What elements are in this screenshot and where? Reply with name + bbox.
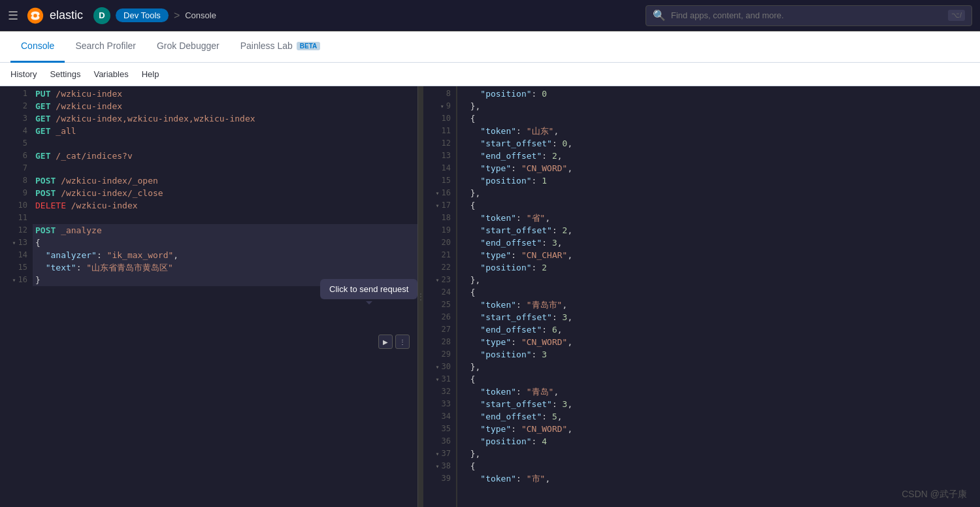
code-line-15: "text": "山东省青岛市黄岛区" — [33, 261, 417, 274]
out-num-11: 11 — [429, 125, 451, 137]
line-num-10: 10 — [5, 199, 27, 212]
out-num-34: 34 — [429, 410, 451, 423]
code-line-10: DELETE /wzkicu-index — [33, 199, 417, 212]
out-num-19: 19 — [429, 224, 451, 237]
code-line-14: "analyzer": "ik_max_word", — [33, 249, 417, 261]
out-line-13: "end_offset": 2, — [460, 150, 980, 162]
global-search-input[interactable] — [671, 10, 943, 20]
out-num-39: 39 — [429, 472, 451, 485]
out-line-22: "position": 2 — [460, 261, 980, 274]
out-line-28: "type": "CN_WORD", — [460, 336, 980, 348]
editor-pane: 1 2 3 4 5 6 7 8 9 10 11 12 ▾13 14 15 ▾16… — [0, 86, 418, 507]
out-num-23: ▾23 — [429, 274, 451, 286]
out-num-31: ▾31 — [429, 373, 451, 385]
out-num-30: ▾30 — [429, 361, 451, 373]
out-line-21: "type": "CN_CHAR", — [460, 249, 980, 261]
line-num-12: 12 — [5, 224, 27, 237]
code-line-6: GET /_cat/indices?v — [33, 150, 417, 162]
menu-settings[interactable]: Settings — [50, 69, 80, 79]
out-num-27: 27 — [429, 323, 451, 336]
out-line-19: "start_offset": 2, — [460, 224, 980, 237]
top-navigation: ☰ elastic D Dev Tools > Console 🔍 ⌥/ — [0, 0, 980, 31]
out-line-24: { — [460, 286, 980, 299]
code-line-12: POST _analyze — [33, 224, 417, 237]
app-tabs-bar: Console Search Profiler Grok Debugger Pa… — [0, 31, 980, 63]
out-num-10: 10 — [429, 112, 451, 125]
pane-divider[interactable]: ⋮ — [418, 86, 423, 507]
line-num-8: 8 — [5, 174, 27, 187]
out-line-14: "type": "CN_WORD", — [460, 162, 980, 174]
out-line-17: { — [460, 199, 980, 212]
beta-badge: BETA — [297, 42, 320, 50]
more-options-button[interactable]: ⋮ — [395, 335, 410, 349]
out-num-9: ▾9 — [429, 100, 451, 112]
out-num-36: 36 — [429, 435, 451, 448]
out-line-18: "token": "省", — [460, 212, 980, 224]
out-line-31: { — [460, 373, 980, 385]
out-line-20: "end_offset": 3, — [460, 237, 980, 249]
output-lines: "position": 0 }, { "token": "山东", "start… — [456, 86, 980, 507]
out-num-32: 32 — [429, 385, 451, 398]
out-num-22: 22 — [429, 261, 451, 274]
tab-grok-debugger[interactable]: Grok Debugger — [146, 31, 230, 63]
out-num-24: 24 — [429, 286, 451, 299]
menu-bar: History Settings Variables Help — [0, 63, 980, 86]
out-num-33: 33 — [429, 398, 451, 410]
search-icon: 🔍 — [653, 9, 666, 22]
code-line-13: { — [33, 237, 417, 249]
out-line-25: "token": "青岛市", — [460, 299, 980, 311]
code-line-16: } — [33, 274, 417, 286]
breadcrumb-devtools[interactable]: Dev Tools — [116, 8, 169, 22]
line-num-9: 9 — [5, 187, 27, 199]
out-num-8: 8 — [429, 88, 451, 100]
run-request-button[interactable]: ▶ — [378, 335, 393, 349]
menu-help[interactable]: Help — [142, 69, 159, 79]
breadcrumb-separator: > — [174, 10, 180, 22]
line-num-4: 4 — [5, 125, 27, 137]
elastic-logo-icon — [26, 7, 44, 25]
global-search-bar[interactable]: 🔍 ⌥/ — [645, 5, 972, 26]
out-num-37: ▾37 — [429, 448, 451, 460]
out-line-34: "end_offset": 5, — [460, 410, 980, 423]
line-num-13: ▾13 — [5, 237, 27, 249]
code-line-7 — [33, 162, 417, 174]
out-line-37: }, — [460, 448, 980, 460]
code-line-5 — [33, 137, 417, 150]
breadcrumb-initial: D — [93, 7, 110, 24]
line-num-3: 3 — [5, 112, 27, 125]
out-num-29: 29 — [429, 348, 451, 361]
breadcrumb: D Dev Tools > Console — [93, 7, 645, 24]
line-num-7: 7 — [5, 162, 27, 174]
code-line-1: PUT /wzkicu-index — [33, 88, 417, 100]
menu-history[interactable]: History — [10, 69, 37, 79]
out-line-10: { — [460, 112, 980, 125]
tab-search-profiler[interactable]: Search Profiler — [65, 31, 146, 63]
line-num-1: 1 — [5, 88, 27, 100]
code-line-9: POST /wzkicu-index/_close — [33, 187, 417, 199]
out-line-33: "start_offset": 3, — [460, 398, 980, 410]
menu-variables[interactable]: Variables — [93, 69, 128, 79]
line-num-2: 2 — [5, 100, 27, 112]
hamburger-icon[interactable]: ☰ — [8, 8, 18, 23]
tab-painless-lab[interactable]: Painless Lab BETA — [230, 31, 331, 63]
code-line-3: GET /wzkicu-index,wzkicu-index,wzkicu-in… — [33, 112, 417, 125]
out-num-21: 21 — [429, 249, 451, 261]
out-num-38: ▾38 — [429, 460, 451, 472]
tab-console[interactable]: Console — [10, 31, 65, 63]
line-num-14: 14 — [5, 249, 27, 261]
output-line-numbers: 8 ▾9 10 11 12 13 14 15 ▾16 ▾17 18 19 20 … — [423, 86, 456, 507]
code-editor[interactable]: 1 2 3 4 5 6 7 8 9 10 11 12 ▾13 14 15 ▾16… — [0, 86, 417, 507]
search-shortcut-badge: ⌥/ — [948, 10, 965, 21]
out-num-12: 12 — [429, 137, 451, 150]
out-num-20: 20 — [429, 237, 451, 249]
out-line-27: "end_offset": 6, — [460, 323, 980, 336]
out-num-26: 26 — [429, 311, 451, 323]
out-num-14: 14 — [429, 162, 451, 174]
line-actions: ▶ ⋮ — [378, 335, 410, 349]
code-line-4: GET _all — [33, 125, 417, 137]
out-num-13: 13 — [429, 150, 451, 162]
line-num-11: 11 — [5, 212, 27, 224]
out-num-17: ▾17 — [429, 199, 451, 212]
out-line-11: "token": "山东", — [460, 125, 980, 137]
code-lines: PUT /wzkicu-index GET /wzkicu-index GET … — [33, 86, 417, 507]
